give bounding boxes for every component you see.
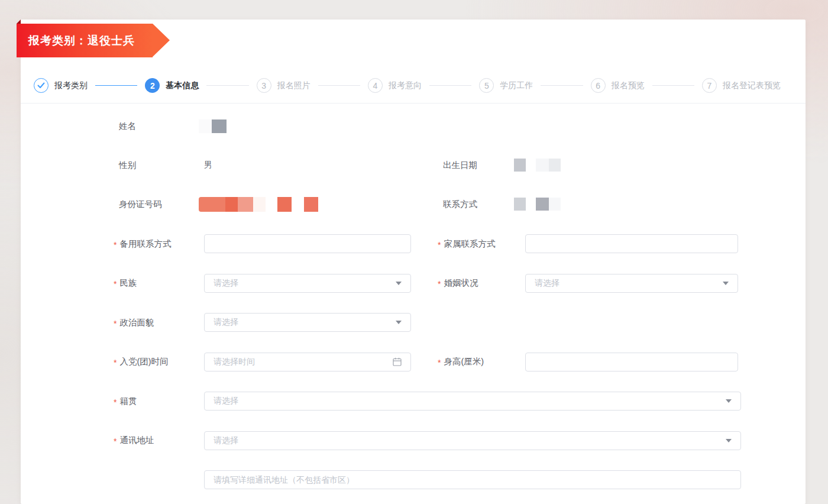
contact-label: 联系方式	[438, 199, 525, 210]
step-7-registration-form-preview[interactable]: 7 报名登记表预览	[702, 78, 781, 93]
redaction-block	[549, 198, 561, 211]
step-connector	[318, 85, 360, 86]
mailing-address-detail-input[interactable]	[204, 470, 741, 489]
select-placeholder: 请选择	[214, 278, 391, 289]
chevron-down-icon	[726, 399, 732, 403]
step-6-registration-preview[interactable]: 6 报名预览	[591, 78, 645, 93]
registration-card: 报考类别：退役士兵 报考类别 2 基本信息 3 报名照片 4 报考意向 5 学历…	[21, 20, 806, 504]
redaction-block	[277, 197, 292, 212]
mailing-address-select[interactable]: 请选择	[204, 431, 741, 450]
gender-value: 男	[204, 156, 212, 174]
ribbon-arrow	[153, 24, 170, 57]
native-place-select[interactable]: 请选择	[204, 392, 741, 411]
height-label: *身高(厘米)	[438, 356, 525, 367]
gender-label: 性别	[114, 160, 204, 171]
step-2-basic-info[interactable]: 2 基本信息	[145, 78, 199, 93]
contact-redacted-value	[514, 195, 561, 213]
datepicker-placeholder: 请选择时间	[214, 357, 388, 367]
select-placeholder: 请选择	[214, 317, 391, 328]
backup-contact-input[interactable]	[204, 234, 411, 253]
step-label: 学历工作	[500, 80, 533, 91]
step-number: 3	[257, 78, 271, 93]
step-connector	[206, 85, 248, 86]
political-status-label: *政治面貌	[114, 317, 204, 328]
step-number: 5	[479, 78, 494, 93]
required-marker: *	[114, 240, 117, 250]
field-height: *身高(厘米)	[438, 353, 738, 371]
redaction-block	[514, 159, 526, 172]
field-mailing-address: *通讯地址 请选择	[114, 431, 806, 450]
step-label: 报考意向	[389, 80, 422, 91]
category-ribbon: 报考类别：退役士兵	[17, 24, 153, 57]
field-birth-date: 出生日期	[438, 156, 561, 174]
step-connector	[652, 85, 694, 86]
birth-date-redacted-value	[514, 156, 561, 174]
step-connector	[95, 85, 137, 86]
field-backup-contact: *备用联系方式	[114, 234, 411, 253]
ethnicity-label: *民族	[114, 277, 204, 289]
marital-status-label: *婚姻状况	[438, 277, 525, 289]
step-number: 6	[591, 78, 606, 93]
required-marker: *	[114, 358, 117, 367]
calendar-icon	[393, 357, 402, 366]
name-redacted-value	[199, 117, 227, 135]
step-5-education-work[interactable]: 5 学历工作	[479, 78, 533, 93]
select-placeholder: 请选择	[214, 396, 721, 406]
step-label: 报名登记表预览	[723, 80, 781, 91]
check-icon	[34, 78, 48, 93]
step-4-application-intent[interactable]: 4 报考意向	[368, 78, 422, 93]
redaction-block	[199, 197, 225, 212]
height-input[interactable]	[525, 353, 738, 371]
step-label: 报考类别	[54, 80, 88, 91]
birth-date-label: 出生日期	[438, 160, 525, 171]
marital-status-select[interactable]: 请选择	[525, 274, 738, 293]
party-join-time-label: *入党(团)时间	[114, 356, 204, 367]
field-native-place: *籍贯 请选择	[114, 392, 806, 411]
step-label: 报名预览	[612, 80, 645, 91]
field-family-contact: *家属联系方式	[438, 234, 738, 253]
field-name: 姓名	[114, 117, 411, 135]
family-contact-input[interactable]	[525, 234, 738, 253]
redaction-block	[253, 197, 266, 212]
political-status-select[interactable]: 请选择	[204, 313, 411, 332]
chevron-down-icon	[396, 321, 402, 324]
redaction-block	[514, 198, 526, 211]
step-3-photo[interactable]: 3 报名照片	[257, 78, 310, 93]
step-connector	[541, 85, 583, 86]
required-marker: *	[114, 319, 117, 328]
step-label: 报名照片	[277, 80, 310, 91]
redaction-block	[199, 119, 212, 133]
select-placeholder: 请选择	[214, 435, 721, 446]
field-id-number: 身份证号码	[114, 195, 411, 213]
field-political-status: *政治面貌 请选择	[114, 313, 411, 332]
required-marker: *	[114, 279, 117, 289]
redaction-gap	[266, 197, 277, 212]
backup-contact-label: *备用联系方式	[114, 238, 204, 250]
step-1-application-category[interactable]: 报考类别	[34, 78, 88, 93]
chevron-down-icon	[723, 282, 729, 285]
redaction-block	[304, 197, 318, 212]
required-marker: *	[438, 279, 441, 289]
redaction-gap	[292, 197, 304, 212]
required-marker: *	[438, 358, 441, 367]
party-join-time-picker[interactable]: 请选择时间	[204, 353, 411, 371]
category-ribbon-label: 报考类别：退役士兵	[17, 33, 135, 49]
stepper: 报考类别 2 基本信息 3 报名照片 4 报考意向 5 学历工作 6 报名预览	[21, 68, 806, 104]
step-number: 7	[702, 78, 717, 93]
step-number: 2	[145, 78, 160, 93]
basic-info-form: 姓名 性别 男 出生日期	[21, 104, 806, 504]
required-marker: *	[114, 437, 117, 446]
redaction-block	[225, 197, 238, 212]
field-contact: 联系方式	[438, 195, 561, 213]
required-marker: *	[114, 398, 117, 407]
step-connector	[429, 85, 471, 86]
redaction-gap	[526, 198, 536, 211]
redaction-block	[212, 119, 227, 133]
field-party-join-time: *入党(团)时间 请选择时间	[114, 353, 411, 371]
chevron-down-icon	[396, 282, 402, 285]
redaction-block	[549, 159, 561, 172]
ethnicity-select[interactable]: 请选择	[204, 274, 411, 293]
family-contact-label: *家属联系方式	[438, 238, 525, 250]
native-place-label: *籍贯	[114, 396, 204, 407]
redaction-block	[536, 198, 549, 211]
